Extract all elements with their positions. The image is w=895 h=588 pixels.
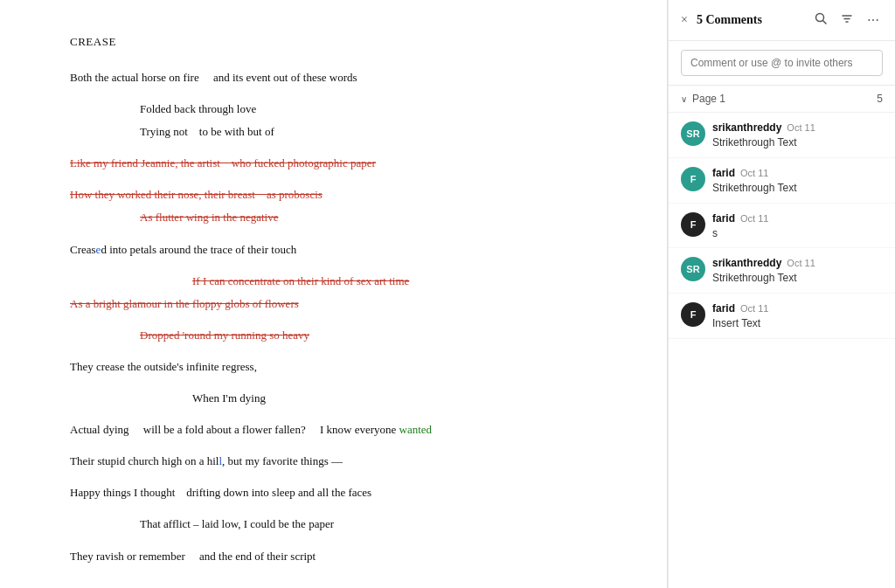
- spacer: [70, 232, 597, 240]
- doc-line: Both the actual horse on fire and its ev…: [70, 68, 597, 87]
- doc-line: When I'm dying: [70, 389, 597, 408]
- comment-body: farid Oct 11 s: [712, 212, 883, 241]
- comment-input[interactable]: [681, 50, 883, 76]
- doc-line: They crease the outside's infinite regre…: [70, 357, 597, 377]
- comments-list: SR srikanthreddy Oct 11 Strikethrough Te…: [669, 113, 895, 588]
- spacer: [70, 176, 597, 185]
- comment-meta: farid Oct 11: [712, 212, 883, 225]
- inserted-text: wanted: [399, 423, 433, 436]
- comment-meta: farid Oct 11: [712, 302, 883, 315]
- doc-line: Happy things I thought drifting down int…: [70, 483, 597, 502]
- doc-line: Actual dying will be a fold about a flow…: [70, 420, 597, 439]
- spacer: [70, 317, 597, 326]
- doc-line: Trying not to be with but of: [70, 122, 597, 142]
- comment-body: farid Oct 11 Strikethrough Text: [712, 167, 883, 196]
- doc-line: They ravish or remember and the end of t…: [70, 547, 597, 566]
- comment-body: srikanthreddy Oct 11 Strikethrough Text: [712, 121, 883, 150]
- comment-author: srikanthreddy: [712, 121, 781, 134]
- comment-text: Strikethrough Text: [712, 135, 883, 150]
- spacer: [70, 474, 597, 483]
- more-options-icon[interactable]: ⋯: [864, 11, 883, 30]
- doc-line: Folded back through love: [70, 100, 597, 119]
- comment-author: farid: [712, 212, 735, 225]
- doc-line: Like my friend Jeannie, the artist who f…: [70, 154, 597, 173]
- sidebar-header: × 5 Comments ⋯: [669, 0, 895, 41]
- spacer: [70, 380, 597, 389]
- comment-date: Oct 11: [740, 213, 768, 224]
- filter-icon[interactable]: [837, 10, 857, 30]
- comment-item: F farid Oct 11 s: [669, 204, 895, 249]
- document-area: CREASE Both the actual horse on fire and…: [0, 0, 668, 588]
- comment-body: srikanthreddy Oct 11 Strikethrough Text: [712, 257, 883, 286]
- avatar: SR: [681, 121, 705, 146]
- avatar: F: [681, 212, 705, 237]
- comment-body: farid Oct 11 Insert Text: [712, 302, 883, 331]
- doc-line: As a bright glamour in the floppy globs …: [70, 294, 597, 314]
- spacer: [70, 443, 597, 452]
- collapse-icon[interactable]: ∨: [681, 94, 687, 104]
- svg-line-1: [823, 21, 827, 24]
- doc-line: If I can concentrate on their kind of se…: [70, 272, 597, 291]
- doc-line: How they worked their nose, their breast…: [70, 185, 597, 204]
- comment-meta: srikanthreddy Oct 11: [712, 257, 883, 269]
- page-label: Page 1: [692, 93, 725, 105]
- search-icon[interactable]: [811, 10, 830, 30]
- doc-line: Creased into petals around the trace of …: [70, 240, 597, 259]
- comments-sidebar: × 5 Comments ⋯ ∨ Page 1 5: [668, 0, 895, 588]
- comment-item: F farid Oct 11 Insert Text: [669, 294, 895, 339]
- comment-date: Oct 11: [787, 258, 815, 268]
- comment-author: farid: [712, 167, 735, 179]
- avatar: SR: [681, 257, 705, 281]
- comment-author: srikanthreddy: [712, 257, 781, 269]
- comment-input-area: [669, 41, 895, 86]
- avatar: F: [681, 302, 705, 327]
- comment-item: SR srikanthreddy Oct 11 Strikethrough Te…: [669, 113, 895, 158]
- spacer: [70, 263, 597, 272]
- spacer: [70, 91, 597, 100]
- avatar: F: [681, 167, 705, 191]
- text-cursor: e: [96, 243, 101, 256]
- spacer: [70, 145, 597, 154]
- spacer: [70, 349, 597, 357]
- comment-item: F farid Oct 11 Strikethrough Text: [669, 158, 895, 204]
- page-comment-count: 5: [877, 93, 883, 105]
- comment-text: Insert Text: [712, 316, 883, 331]
- text-cursor: l: [219, 454, 222, 467]
- comment-item: SR srikanthreddy Oct 11 Strikethrough Te…: [669, 248, 895, 294]
- spacer: [70, 412, 597, 420]
- doc-line: Their stupid church high on a hill, but …: [70, 452, 597, 471]
- comment-meta: srikanthreddy Oct 11: [712, 121, 883, 134]
- comment-text: Strikethrough Text: [712, 181, 883, 196]
- comment-author: farid: [712, 302, 735, 315]
- close-button[interactable]: ×: [681, 13, 688, 27]
- comment-date: Oct 11: [740, 168, 768, 178]
- comment-text: s: [712, 226, 883, 241]
- doc-line: Dropped 'round my running so heavy: [70, 326, 597, 345]
- spacer: [70, 538, 597, 547]
- page-header: ∨ Page 1 5: [681, 93, 883, 105]
- document-title: CREASE: [70, 35, 597, 49]
- comment-meta: farid Oct 11: [712, 167, 883, 179]
- page-header-left: ∨ Page 1: [681, 93, 725, 105]
- spacer: [70, 506, 597, 515]
- doc-line: That afflict – laid low, I could be the …: [70, 515, 597, 534]
- comment-date: Oct 11: [740, 303, 768, 314]
- comment-date: Oct 11: [787, 122, 815, 133]
- comment-text: Strikethrough Text: [712, 271, 883, 286]
- doc-line: As flutter wing in the negative: [70, 208, 597, 227]
- sidebar-title: 5 Comments: [697, 13, 804, 27]
- page-section: ∨ Page 1 5: [669, 86, 895, 113]
